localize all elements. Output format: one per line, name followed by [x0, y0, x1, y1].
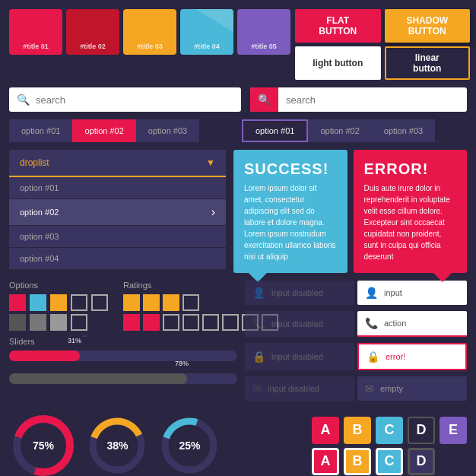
option-tab-left-3[interactable]: option #03	[136, 119, 199, 142]
input-disabled-mail: ✉ input disabled	[245, 376, 354, 401]
input-label-6: error!	[386, 352, 405, 361]
drop-option-3[interactable]: option #03	[9, 226, 226, 248]
donut-label-75: 75%	[33, 440, 54, 452]
linear-button[interactable]: linear button	[385, 46, 471, 80]
mail-icon-1: ✉	[252, 382, 262, 395]
options-block: Options	[9, 281, 108, 331]
user-icon-2: 👤	[365, 287, 378, 299]
rating-sq-r2-1[interactable]	[123, 314, 140, 331]
swatch-yellow[interactable]: #title 03	[123, 9, 176, 55]
success-title: SUCCESS!	[244, 160, 337, 178]
rating-sq-r2-5[interactable]	[202, 314, 219, 331]
option-tab-right-1[interactable]: option #01	[242, 119, 308, 142]
input-disabled-phone: 📞 input disabled	[245, 311, 354, 337]
success-card: SUCCESS! Lorem ipsum dolor sit amet, con…	[233, 150, 347, 273]
color-option-yellow[interactable]	[50, 294, 67, 311]
droplist-label: droplist	[20, 157, 49, 168]
option-tab-left-1[interactable]: option #01	[9, 119, 72, 142]
input-error-lock[interactable]: 🔒 error!	[357, 343, 467, 370]
search-input-2[interactable]	[278, 90, 467, 110]
swatch-pink[interactable]: #title 01	[9, 9, 62, 55]
error-text: Duis aute irure dolor in reprehenderit i…	[364, 182, 457, 262]
option-tab-left-2[interactable]: option #02	[72, 119, 135, 142]
swatch-red[interactable]: #title 02	[66, 9, 119, 55]
drop-option-2[interactable]: option #02	[9, 199, 226, 226]
swatch-blue[interactable]: #title 04	[180, 9, 233, 55]
search-icon-pink: 🔍	[250, 87, 278, 112]
input-disabled-lock: 🔒 input disabled	[245, 343, 354, 370]
rating-sq-r2-3[interactable]	[163, 314, 179, 331]
swatch-label-4: #title 04	[194, 43, 220, 50]
color-option-outline3[interactable]	[71, 314, 87, 331]
rating-sq-1[interactable]	[123, 294, 140, 311]
droplist-options: option #01 option #02 option #03 option …	[9, 177, 226, 270]
error-title: ERROR!	[364, 160, 457, 178]
color-option-outline2[interactable]	[91, 294, 108, 311]
letter-C1[interactable]: C	[376, 417, 403, 444]
user-icon-1: 👤	[252, 287, 265, 299]
slider-1[interactable]: 31%	[9, 351, 237, 361]
rating-sq-r2-4[interactable]	[182, 314, 199, 331]
letter-A2[interactable]: A	[312, 448, 339, 475]
slider-2-label: 78%	[175, 360, 189, 367]
input-label-8: empty	[380, 384, 403, 393]
option-tab-right-3[interactable]: option #03	[372, 119, 435, 142]
slider-2[interactable]: 78%	[9, 373, 237, 384]
sliders-block: Sliders 31% 78%	[9, 337, 237, 384]
phone-icon-2: 📞	[365, 317, 378, 329]
donut-25: 25%	[157, 414, 222, 477]
input-label-2: input	[384, 288, 402, 297]
slider-1-label: 31%	[68, 337, 81, 344]
donut-label-25: 25%	[179, 440, 200, 452]
color-option-blue[interactable]	[30, 294, 46, 311]
input-active-phone[interactable]: 📞 action	[357, 311, 467, 337]
swatch-label-1: #title 01	[23, 43, 49, 50]
success-text: Lorem ipsum dolor sit amet, consectetur …	[244, 182, 337, 262]
letter-C2[interactable]: C	[376, 448, 403, 475]
letter-B1[interactable]: B	[344, 417, 371, 444]
search-box-2[interactable]: 🔍	[250, 87, 467, 112]
input-disabled-user: 👤 input disabled	[245, 281, 354, 305]
letter-B2[interactable]: B	[344, 448, 371, 475]
color-option-dark3[interactable]	[50, 314, 67, 331]
options-title: Options	[9, 281, 108, 290]
light-button[interactable]: light button	[295, 46, 381, 80]
drop-option-4[interactable]: option #04	[9, 248, 226, 270]
input-empty-mail[interactable]: ✉ empty	[357, 376, 467, 401]
letter-D1[interactable]: D	[408, 417, 435, 444]
mail-icon-2: ✉	[365, 382, 374, 395]
letter-E1[interactable]: E	[440, 417, 467, 444]
rating-sq-r2-2[interactable]	[143, 314, 160, 331]
rating-sq-r2-6[interactable]	[222, 314, 239, 331]
input-label-7: input disabled	[268, 384, 319, 393]
letters-section: A B C D E A B C D	[312, 417, 467, 475]
swatch-purple[interactable]: #title 05	[237, 9, 290, 55]
flat-button[interactable]: flat button	[295, 9, 381, 43]
sliders-title: Sliders	[9, 337, 237, 346]
color-option-dark1[interactable]	[9, 314, 26, 331]
option-tab-right-2[interactable]: option #02	[308, 119, 371, 142]
search-input-1[interactable]	[36, 94, 233, 106]
color-option-outline1[interactable]	[71, 294, 87, 311]
letter-A1[interactable]: A	[312, 417, 339, 444]
droplist-header[interactable]: droplist ▼	[9, 150, 226, 177]
search-box-1[interactable]: 🔍	[9, 87, 241, 112]
letter-D2[interactable]: D	[408, 448, 435, 475]
rating-sq-2[interactable]	[143, 294, 160, 311]
phone-icon-1: 📞	[252, 318, 265, 330]
droplist-arrow: ▼	[206, 157, 215, 168]
shadow-button[interactable]: shadow button	[385, 9, 471, 43]
input-active-user[interactable]: 👤 input	[357, 281, 467, 305]
color-option-dark2[interactable]	[30, 314, 46, 331]
swatch-label-2: #title 02	[80, 43, 106, 50]
drop-option-1[interactable]: option #01	[9, 177, 226, 199]
rating-sq-3[interactable]	[163, 294, 179, 311]
color-option-red[interactable]	[9, 294, 26, 311]
input-label-1: input disabled	[271, 288, 323, 297]
rating-sq-4[interactable]	[182, 294, 199, 311]
swatch-label-5: #title 05	[251, 43, 277, 50]
swatch-label-3: #title 03	[137, 43, 163, 50]
input-label-5: input disabled	[271, 352, 323, 361]
donut-75: 75%	[9, 411, 78, 476]
lock-icon-1: 🔒	[252, 351, 265, 363]
